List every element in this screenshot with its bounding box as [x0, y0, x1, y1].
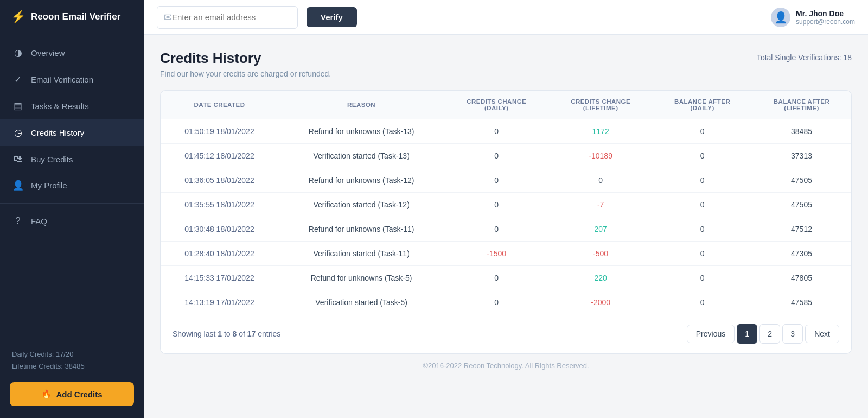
previous-button[interactable]: Previous	[687, 325, 735, 343]
cell-date: 14:13:19 17/01/2022	[161, 290, 278, 315]
sidebar-item-label: Credits History	[31, 128, 84, 137]
page-2-button[interactable]: 2	[760, 324, 780, 344]
sidebar-item-label: Email Verification	[31, 75, 93, 84]
overview-icon: ◑	[12, 47, 24, 59]
credits-table: DATE CREATED REASON CREDITS CHANGE(DAILY…	[161, 91, 851, 314]
cell-reason: Refund for unknowns (Task-5)	[278, 266, 444, 290]
user-email: support@reoon.com	[796, 18, 855, 26]
cell-balance-daily: 0	[653, 242, 752, 266]
table-row: 01:35:55 18/01/2022 Verification started…	[161, 193, 851, 217]
cell-credits-lifetime: -7	[548, 193, 653, 217]
add-credits-label: Add Credits	[56, 390, 102, 399]
cell-credits-daily: 0	[444, 193, 548, 217]
add-credits-icon: 🔥	[41, 389, 52, 399]
content-area: Credits History Find our how your credit…	[144, 35, 868, 418]
sidebar-item-credits-history[interactable]: ◷ Credits History	[0, 119, 144, 146]
profile-icon: 👤	[12, 180, 24, 191]
sidebar: ⚡ Reoon Email Verifier ◑ Overview ✓ Emai…	[0, 0, 144, 418]
sidebar-item-tasks-results[interactable]: ▤ Tasks & Results	[0, 93, 144, 119]
main-area: ✉ Verify 👤 Mr. Jhon Doe support@reoon.co…	[144, 0, 868, 418]
topbar-user: 👤 Mr. Jhon Doe support@reoon.com	[771, 8, 855, 27]
page-subtitle: Find our how your credits are charged or…	[160, 69, 331, 78]
col-credits-change-daily: CREDITS CHANGE(DAILY)	[444, 91, 548, 119]
cell-credits-daily: 0	[444, 119, 548, 144]
cell-credits-lifetime: -2000	[548, 290, 653, 315]
cell-reason: Refund for unknowns (Task-11)	[278, 217, 444, 242]
credits-history-icon: ◷	[12, 127, 24, 138]
faq-icon: ?	[12, 216, 24, 226]
showing-text: Showing last 1 to 8 of 17 entries	[173, 330, 280, 338]
table-row: 01:30:48 18/01/2022 Refund for unknowns …	[161, 217, 851, 242]
table-row: 01:28:40 18/01/2022 Verification started…	[161, 242, 851, 266]
cell-credits-lifetime: 1172	[548, 119, 653, 144]
sidebar-item-overview[interactable]: ◑ Overview	[0, 40, 144, 66]
email-input-wrap: ✉	[157, 6, 298, 29]
pagination: Previous 1 2 3 Next	[687, 324, 839, 344]
table-row: 01:36:05 18/01/2022 Refund for unknowns …	[161, 168, 851, 193]
verify-button[interactable]: Verify	[307, 7, 357, 27]
lifetime-credits-label: Lifetime Credits: 38485	[12, 360, 132, 372]
sidebar-credits: Daily Credits: 17/20 Lifetime Credits: 3…	[0, 341, 144, 377]
cell-balance-daily: 0	[653, 217, 752, 242]
sidebar-item-email-verification[interactable]: ✓ Email Verification	[0, 66, 144, 93]
cell-balance-lifetime: 37313	[752, 144, 851, 168]
cell-credits-daily: 0	[444, 144, 548, 168]
cell-balance-daily: 0	[653, 290, 752, 315]
user-name: Mr. Jhon Doe	[796, 9, 855, 18]
cell-balance-lifetime: 47585	[752, 290, 851, 315]
cell-balance-lifetime: 47305	[752, 242, 851, 266]
cell-credits-lifetime: 0	[548, 168, 653, 193]
add-credits-button[interactable]: 🔥 Add Credits	[10, 382, 134, 406]
cell-balance-daily: 0	[653, 144, 752, 168]
credits-table-card: DATE CREATED REASON CREDITS CHANGE(DAILY…	[160, 90, 852, 354]
cell-date: 01:50:19 18/01/2022	[161, 119, 278, 144]
footer: ©2016-2022 Reoon Technology. All Rights …	[160, 354, 852, 375]
cell-credits-daily: 0	[444, 217, 548, 242]
cell-balance-daily: 0	[653, 119, 752, 144]
cell-date: 01:35:55 18/01/2022	[161, 193, 278, 217]
next-button[interactable]: Next	[805, 325, 839, 343]
col-balance-after-lifetime: BALANCE AFTER(LIFETIME)	[752, 91, 851, 119]
cell-date: 14:15:33 17/01/2022	[161, 266, 278, 290]
cell-date: 01:36:05 18/01/2022	[161, 168, 278, 193]
table-row: 01:50:19 18/01/2022 Refund for unknowns …	[161, 119, 851, 144]
cell-credits-lifetime: -10189	[548, 144, 653, 168]
email-input[interactable]	[172, 12, 291, 22]
cell-balance-lifetime: 38485	[752, 119, 851, 144]
page-title: Credits History	[160, 50, 331, 67]
sidebar-item-label: FAQ	[31, 217, 47, 226]
cell-reason: Verification started (Task-12)	[278, 193, 444, 217]
page-3-button[interactable]: 3	[782, 324, 803, 344]
cell-balance-daily: 0	[653, 193, 752, 217]
sidebar-item-label: Tasks & Results	[31, 102, 89, 111]
sidebar-item-my-profile[interactable]: 👤 My Profile	[0, 172, 144, 199]
cell-balance-daily: 0	[653, 168, 752, 193]
page-title-area: Credits History Find our how your credit…	[160, 50, 331, 78]
cell-reason: Refund for unknowns (Task-13)	[278, 119, 444, 144]
sidebar-nav: ◑ Overview ✓ Email Verification ▤ Tasks …	[0, 34, 144, 341]
email-icon: ✉	[164, 11, 172, 23]
cell-credits-daily: 0	[444, 266, 548, 290]
sidebar-item-faq[interactable]: ? FAQ	[0, 208, 144, 234]
cell-reason: Verification started (Task-5)	[278, 290, 444, 315]
cell-credits-lifetime: -500	[548, 242, 653, 266]
brand-icon: ⚡	[11, 10, 25, 24]
table-row: 14:15:33 17/01/2022 Refund for unknowns …	[161, 266, 851, 290]
page-header: Credits History Find our how your credit…	[160, 50, 852, 78]
cell-credits-daily: -1500	[444, 242, 548, 266]
cell-reason: Verification started (Task-11)	[278, 242, 444, 266]
col-balance-after-daily: BALANCE AFTER(DAILY)	[653, 91, 752, 119]
col-date-created: DATE CREATED	[161, 91, 278, 119]
user-info: Mr. Jhon Doe support@reoon.com	[796, 9, 855, 26]
cell-date: 01:30:48 18/01/2022	[161, 217, 278, 242]
page-1-button[interactable]: 1	[737, 324, 757, 344]
email-verification-icon: ✓	[12, 74, 24, 85]
cell-reason: Refund for unknowns (Task-12)	[278, 168, 444, 193]
sidebar-item-buy-credits[interactable]: 🛍 Buy Credits	[0, 146, 144, 172]
sidebar-item-label: Overview	[31, 48, 65, 58]
col-reason: REASON	[278, 91, 444, 119]
avatar: 👤	[771, 8, 790, 27]
daily-credits-label: Daily Credits: 17/20	[12, 349, 132, 360]
col-credits-change-lifetime: CREDITS CHANGE(LIFETIME)	[548, 91, 653, 119]
cell-credits-lifetime: 220	[548, 266, 653, 290]
